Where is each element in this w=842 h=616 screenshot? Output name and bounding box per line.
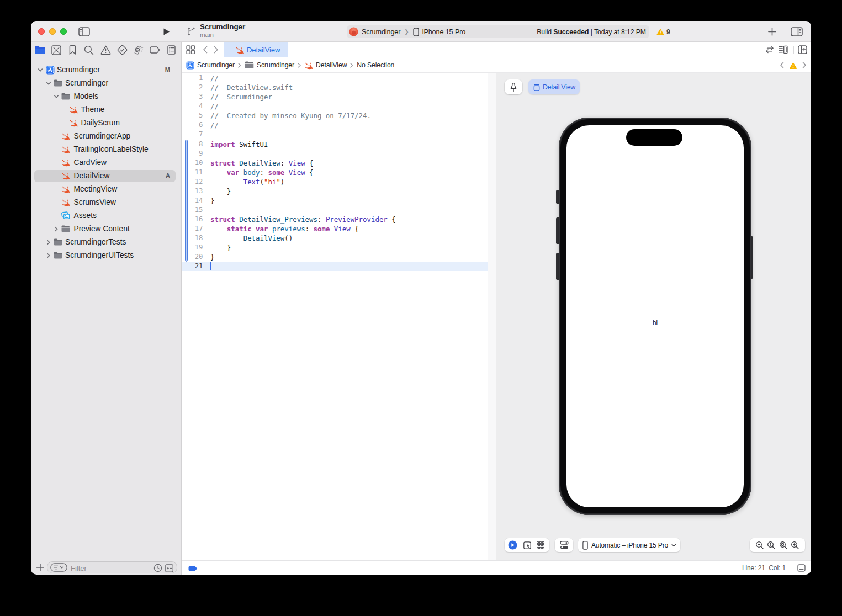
code-line[interactable]: DetailView() [210,233,396,243]
jumpbar-segment[interactable]: Scrumdinger [186,61,235,70]
library-add-icon[interactable] [768,28,776,36]
source-editor[interactable]: 123456789101112131415161718192021 //// D… [182,73,488,560]
jumpbar-segment[interactable]: DetailView [304,61,347,70]
code-line[interactable] [210,149,396,158]
filter-input[interactable]: Filter [47,561,177,573]
variants-mode-button[interactable] [537,541,544,549]
tree-row-assets[interactable]: Assets [31,209,181,222]
pin-preview-button[interactable] [505,79,522,94]
tree-row-scrumdinger[interactable]: Scrumdinger [31,77,181,90]
code-line[interactable]: } [210,196,396,205]
jumpbar-segment[interactable]: No Selection [357,61,394,69]
tree-row-cardview[interactable]: CardView [31,156,181,169]
disclosure-open-icon[interactable] [54,94,59,99]
code-line[interactable] [210,205,396,215]
zoom-100-button[interactable] [767,541,776,550]
code-line[interactable]: import SwiftUI [210,140,396,149]
code-review-icon[interactable] [765,46,775,54]
disclosure-open-icon[interactable] [38,67,43,73]
tree-row-scrumsview[interactable]: ScrumsView [31,196,181,209]
live-preview-button[interactable] [508,540,517,550]
device-picker[interactable]: Automatic – iPhone 15 Pro [578,538,680,552]
add-editor-icon[interactable] [798,45,807,54]
code-line[interactable]: Text("hi") [210,177,396,187]
code-line[interactable]: var body: some View { [210,168,396,177]
code-line[interactable]: } [210,252,396,262]
line-col-indicator: Line: 21 Col: 1 [742,564,786,572]
recent-files-icon[interactable] [153,564,162,572]
code-line[interactable]: // Created by minseo Kyung on 7/17/24. [210,111,396,120]
back-button[interactable] [203,46,208,54]
zoom-fit-button[interactable] [779,541,788,550]
close-button[interactable] [38,28,45,35]
adjust-editor-options-icon[interactable] [779,45,788,54]
editor-layout-icon[interactable] [791,27,803,36]
minimize-button[interactable] [49,28,56,35]
tree-row-scrumdingeruitests[interactable]: ScrumdingerUITests [31,249,181,262]
code-line[interactable]: // [210,73,396,83]
build-status[interactable]: Build Succeeded | Today at 8:12 PM [537,25,646,38]
scheme-selector[interactable]: Scrumdinger ❯ iPhone 15 Pro Build Succee… [347,25,649,38]
tree-row-detailview[interactable]: DetailViewA [31,169,181,183]
tree-row-scrumdingertests[interactable]: ScrumdingerTests [31,236,181,249]
tree-row-scrumdinger[interactable]: ScrumdingerM [31,63,181,77]
issues-navigator[interactable] [99,44,112,56]
code-line[interactable]: // [210,102,396,111]
code-line[interactable]: struct DetailView: View { [210,158,396,168]
zoom-button[interactable] [60,28,67,35]
preview-screen[interactable]: hi [566,125,744,507]
tree-row-scrumdingerapp[interactable]: ScrumdingerApp [31,130,181,143]
related-items-icon[interactable] [186,45,195,54]
tree-row-dailyscrum[interactable]: DailyScrum [31,116,181,130]
breakpoints-navigator[interactable] [149,44,161,56]
zoom-in-button[interactable] [791,541,799,550]
code-line[interactable] [210,130,396,139]
disclosure-closed-icon[interactable] [46,253,51,258]
code-line[interactable]: // Scrumdinger [210,92,396,102]
add-item-icon[interactable] [36,564,44,571]
code-line[interactable]: } [210,187,396,196]
warnings-badge[interactable]: 9 [656,25,670,38]
zoom-out-button[interactable] [755,541,764,550]
iphone-preview-device[interactable]: hi [559,118,751,515]
tree-row-meetingview[interactable]: MeetingView [31,183,181,196]
disclosure-closed-icon[interactable] [46,240,51,245]
tests-navigator[interactable] [116,44,128,56]
debug-area-toggle-icon[interactable] [797,564,806,572]
tree-row-theme[interactable]: Theme [31,103,181,116]
jumpbar-warning-icon[interactable] [789,62,797,69]
tree-row-trailingiconlabelstyle[interactable]: TrailingIconLabelStyle [31,143,181,156]
code-line[interactable]: // [210,120,396,130]
prev-issue-icon[interactable] [780,62,784,68]
project-navigator[interactable] [34,44,46,56]
device-settings-button[interactable] [555,538,573,552]
code-line[interactable]: struct DetailView_Previews: PreviewProvi… [210,215,396,224]
disclosure-open-icon[interactable] [46,81,51,86]
code-line[interactable]: // DetailView.swift [210,83,396,92]
selectable-mode-button[interactable] [523,541,531,549]
source-control-navigator[interactable] [50,44,62,56]
next-issue-icon[interactable] [802,62,807,68]
find-navigator[interactable] [83,44,95,56]
code-line[interactable]: static var previews: some View { [210,224,396,233]
tree-row-models[interactable]: Models [31,90,181,103]
toggle-sidebar-icon[interactable] [78,27,90,36]
line-number: 19 [182,243,203,252]
jumpbar-segment[interactable]: Scrumdinger [245,61,294,69]
forward-button[interactable] [214,46,219,54]
line-number: 12 [182,177,203,187]
tree-item-label: Models [74,92,98,100]
bookmarks-navigator[interactable] [67,44,79,56]
scm-filter-icon[interactable] [165,564,173,572]
code-line[interactable]: } [210,243,396,252]
sidebar-filter-bar: Filter [31,560,181,575]
run-button[interactable] [163,28,170,36]
tree-row-preview-content[interactable]: Preview Content [31,222,181,236]
debug-navigator[interactable] [133,44,145,56]
editor-scrollbar-track[interactable] [488,73,496,560]
reports-navigator[interactable] [165,44,177,56]
code-line[interactable] [210,262,396,271]
tab-detailview[interactable]: DetailView [224,42,288,57]
preview-tag-button[interactable]: Detail View [528,79,580,94]
disclosure-closed-icon[interactable] [54,226,59,232]
